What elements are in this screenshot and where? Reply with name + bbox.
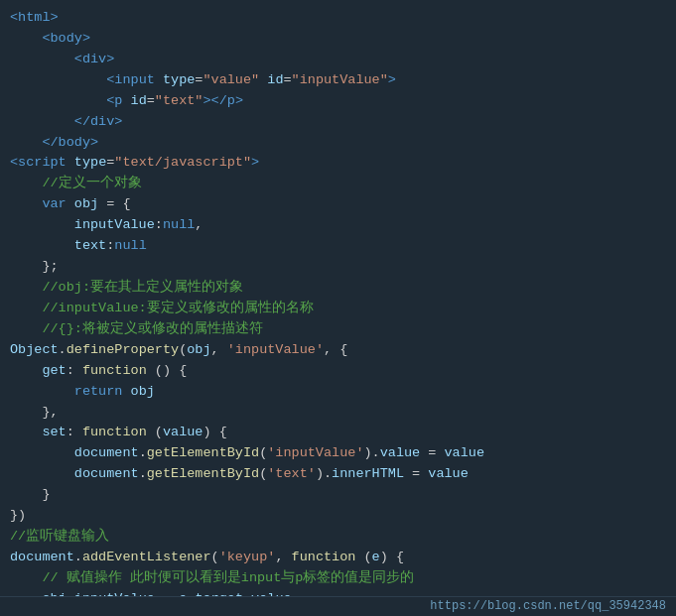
code-line: //监听键盘输入 [0,527,676,548]
token: ( [147,423,163,443]
token: //inputValue:要定义或修改的属性的名称 [42,299,313,319]
code-line: <input type="value" id="inputValue"> [0,70,676,91]
code-line: //{}:将被定义或修改的属性描述符 [0,319,676,340]
token: ). [316,464,332,485]
code-line: <body> [0,29,676,50]
token: </ [74,112,90,133]
status-url: https://blog.csdn.net/qq_35942348 [430,597,666,616]
code-line: document.addEventListener('keyup', funct… [0,548,676,568]
token: 'keyup' [219,548,276,568]
token: // 赋值操作 此时便可以看到是input与p标签的值是同步的 [42,568,414,589]
token: 'inputValue' [227,340,324,361]
token: obj [187,340,210,361]
token [155,70,163,91]
token: return [74,382,123,403]
token: //obj:要在其上定义属性的对象 [42,278,243,299]
token: type [74,153,106,174]
token [122,382,130,403]
code-line: document.getElementById('inputValue').va… [0,443,676,464]
token: div [90,112,114,133]
token: = [195,70,203,91]
token: = [155,589,179,596]
token: p [227,91,235,112]
token: getElementById [147,443,259,464]
token: value [163,423,203,443]
code-line: document.getElementById('text').innerHTM… [0,464,676,485]
token: null [163,215,195,236]
token: > [235,91,243,112]
code-line: }, [0,403,676,424]
code-line: inputValue:null, [0,215,676,236]
token: set [42,423,66,443]
code-line: </div> [0,112,676,133]
token: ></ [203,91,226,112]
token: = { [98,194,130,215]
token: value [445,443,485,464]
token: > [114,112,122,133]
token: ( [211,548,219,568]
status-bar: https://blog.csdn.net/qq_35942348 [0,596,676,616]
token [122,91,130,112]
token: obj [42,589,66,596]
token: > [388,70,396,91]
token: "text/javascript" [114,153,251,174]
code-line: <script type="text/javascript"> [0,153,676,174]
token: } [42,485,50,506]
code-editor: <html> <body> <div> <input type="value" … [0,0,676,596]
token: . [59,340,67,361]
token: var [42,194,66,215]
token: document [10,548,74,568]
token: function [82,423,147,443]
token: < [74,50,82,70]
token: , [211,340,227,361]
token: < [42,29,50,50]
token: }) [10,506,26,527]
token: > [82,29,90,50]
token: target [195,589,243,596]
token: "text" [155,91,203,112]
token: document [74,443,139,464]
token: inputValue [74,589,155,596]
token: p [114,91,122,112]
token: > [90,133,98,154]
token: = [106,153,114,174]
token: getElementById [147,464,259,485]
code-line: obj.inputValue = e.target.value [0,589,676,596]
token: . [67,589,74,596]
code-line: <p id="text"></p> [0,91,676,112]
token: inputValue [74,215,155,236]
code-line: var obj = { [0,194,676,215]
token: body [59,133,90,154]
code-line: } [0,485,676,506]
token: . [139,464,147,485]
token: ) { [203,423,226,443]
code-line: }) [0,506,676,527]
token: ( [179,340,187,361]
code-line: return obj [0,382,676,403]
token: . [139,443,147,464]
code-line: // 赋值操作 此时便可以看到是input与p标签的值是同步的 [0,568,676,589]
token [67,153,74,174]
token: obj [131,382,155,403]
token: < [106,70,114,91]
token: type [163,70,195,91]
token: : [106,236,114,257]
code-line: //定义一个对象 [0,174,676,194]
code-line: }; [0,257,676,278]
token: body [51,29,82,50]
token: = [420,443,444,464]
token: null [114,236,146,257]
token: id [267,70,283,91]
token: html [18,8,50,29]
code-line: //inputValue:要定义或修改的属性的名称 [0,299,676,319]
token: e [179,589,187,596]
token: = [147,91,155,112]
code-line: Object.defineProperty(obj, 'inputValue',… [0,340,676,361]
code-line: <html> [0,8,676,29]
token: > [106,50,114,70]
token: , [195,215,203,236]
token: e [372,548,380,568]
token: 'inputValue' [267,443,363,464]
token: addEventListener [82,548,211,568]
token: ) { [380,548,404,568]
